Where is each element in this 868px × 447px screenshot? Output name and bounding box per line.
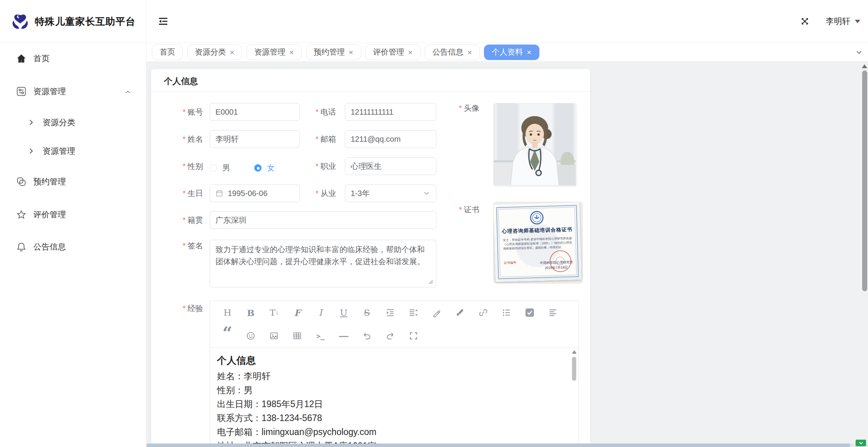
highlight-pen-icon[interactable] — [429, 305, 444, 320]
tab-appointment-management[interactable]: 预约管理 × — [306, 45, 361, 60]
required-marker: * — [183, 108, 186, 116]
tab-resource-category[interactable]: 资源分类 × — [187, 45, 242, 60]
gender-radio-group: 男 女 — [210, 163, 275, 173]
sidebar-item-appointment-management[interactable]: 预约管理 — [0, 172, 146, 191]
header-right: 李明轩 — [800, 0, 860, 43]
sidebar: 特殊儿童家长互助平台 首页 资源管理 资源分类 资源管理 — [0, 0, 146, 447]
home-icon — [16, 53, 27, 64]
editor-line: 姓名：李明轩 — [217, 369, 579, 383]
certificate-label: *证书 — [427, 204, 479, 215]
certificate-body: 女士，身份证件号码 参加中国科学院心理研究所依据《心理咨询师国家职业标准（200… — [503, 236, 572, 251]
close-icon[interactable]: × — [408, 48, 413, 56]
resource-icon — [16, 86, 27, 97]
heading-button[interactable]: H — [220, 305, 235, 320]
required-marker: * — [183, 241, 186, 250]
avatar-image[interactable] — [493, 103, 577, 187]
image-icon[interactable] — [267, 328, 281, 343]
certificate-issuer: 中国科学院心理研究所 — [540, 260, 573, 265]
radio-male-label[interactable]: 男 — [222, 163, 230, 173]
close-icon[interactable]: × — [230, 48, 234, 56]
scroll-up-arrow-icon[interactable] — [572, 350, 577, 354]
years-select[interactable]: 1-3年 — [345, 184, 436, 202]
tab-home[interactable]: 首页 — [152, 45, 183, 60]
signature-textarea[interactable]: 致力于通过专业的心理学知识和丰富的临床经验，帮助个体和团体解决心理问题，提升心理… — [210, 240, 436, 287]
signature-label: *签名 — [151, 240, 203, 251]
page-horizontal-scrollbar-thumb[interactable] — [146, 444, 850, 447]
close-icon[interactable]: × — [349, 48, 353, 56]
required-marker: * — [183, 216, 186, 224]
page-scrollbar-thumb[interactable] — [862, 70, 867, 291]
name-label: *姓名 — [151, 130, 203, 148]
italic-button[interactable]: I — [313, 305, 328, 320]
close-icon[interactable]: × — [289, 48, 294, 56]
required-marker: * — [315, 189, 319, 198]
corner-green-badge[interactable] — [856, 440, 866, 446]
close-icon[interactable]: × — [527, 48, 531, 56]
logo-icon — [10, 11, 30, 31]
sidebar-item-announcement[interactable]: 公告信息 — [0, 237, 146, 256]
menu-fold-icon[interactable] — [158, 17, 168, 27]
certificate-image[interactable]: 心理咨询师基础培训合格证书 女士，身份证件号码 参加中国科学院心理研究所依据《心… — [493, 202, 583, 284]
sidebar-item-home[interactable]: 首页 — [0, 49, 146, 68]
sidebar-item-label: 资源管理 — [33, 86, 66, 97]
align-icon[interactable] — [546, 305, 560, 320]
radio-female-label[interactable]: 女 — [267, 163, 275, 173]
tab-label: 公告信息 — [432, 47, 463, 57]
todo-checkbox-icon[interactable] — [522, 305, 537, 320]
fullscreen-editor-icon[interactable] — [406, 328, 421, 343]
user-menu[interactable]: 李明轩 — [826, 16, 860, 27]
line-height-button[interactable] — [406, 305, 421, 320]
radio-female-selected[interactable] — [254, 164, 262, 172]
color-brush-icon[interactable] — [453, 305, 467, 320]
logo: 特殊儿童家长互助平台 — [0, 0, 146, 43]
sidebar-item-resource-management[interactable]: 资源管理 — [0, 82, 146, 101]
required-marker: * — [459, 104, 462, 112]
tab-label: 个人资料 — [492, 47, 523, 57]
birthday-label: *生日 — [151, 184, 203, 202]
close-icon[interactable]: × — [467, 48, 472, 56]
redo-icon[interactable] — [383, 328, 398, 343]
page-vertical-scrollbar[interactable] — [861, 61, 868, 443]
divider-button[interactable]: — — [336, 328, 351, 343]
editor-scrollbar[interactable] — [571, 349, 577, 447]
emoji-icon[interactable] — [243, 328, 258, 343]
underline-button[interactable]: U — [336, 305, 351, 320]
account-label: *账号 — [151, 103, 203, 121]
font-size-button[interactable]: T↕ — [267, 305, 281, 320]
chevron-down-icon — [859, 441, 863, 445]
occupation-input[interactable] — [345, 157, 436, 175]
radio-male[interactable] — [210, 164, 217, 172]
editor-toolbar-row1: H B T↕ F I U S — [210, 301, 579, 324]
scroll-up-arrow-icon[interactable] — [862, 64, 867, 68]
tab-profile-active[interactable]: 个人资料 × — [484, 45, 539, 60]
editor-line: 出生日期：1985年5月12日 — [217, 397, 579, 411]
required-marker: * — [183, 304, 186, 313]
years-label: *从业 — [284, 184, 336, 202]
tabbar-fade — [827, 43, 850, 61]
sidebar-subitem-resource-category[interactable]: 资源分类 — [0, 113, 146, 132]
bullet-list-icon[interactable] — [499, 305, 514, 320]
undo-icon[interactable] — [360, 328, 374, 343]
indent-button[interactable] — [383, 305, 398, 320]
tab-resource-management[interactable]: 资源管理 × — [246, 45, 301, 60]
tabbar-more-button[interactable] — [850, 43, 868, 61]
link-icon[interactable] — [476, 305, 491, 320]
tab-evaluation-management[interactable]: 评价管理 × — [365, 45, 420, 60]
occupation-label: *职业 — [284, 157, 336, 175]
phone-input[interactable] — [345, 103, 436, 121]
sidebar-subitem-resource-management[interactable]: 资源管理 — [0, 141, 146, 161]
native-place-input[interactable] — [210, 211, 436, 229]
sidebar-item-evaluation-management[interactable]: 评价管理 — [0, 205, 146, 224]
code-button[interactable]: >_ — [313, 328, 328, 343]
strikethrough-button[interactable]: S — [360, 305, 374, 320]
email-input[interactable] — [345, 130, 436, 148]
font-family-button[interactable]: F — [290, 305, 305, 320]
tab-announcement[interactable]: 公告信息 × — [425, 45, 480, 60]
table-icon[interactable] — [290, 328, 305, 343]
editor-scrollbar-thumb[interactable] — [572, 357, 576, 381]
red-seal — [549, 250, 572, 273]
quote-button[interactable]: “ — [220, 328, 235, 343]
bold-button[interactable]: B — [243, 305, 258, 320]
editor-content[interactable]: 个人信息 姓名：李明轩 性别：男 出生日期：1985年5月12日 联系方式：13… — [210, 348, 579, 447]
fullscreen-icon[interactable] — [800, 17, 809, 26]
